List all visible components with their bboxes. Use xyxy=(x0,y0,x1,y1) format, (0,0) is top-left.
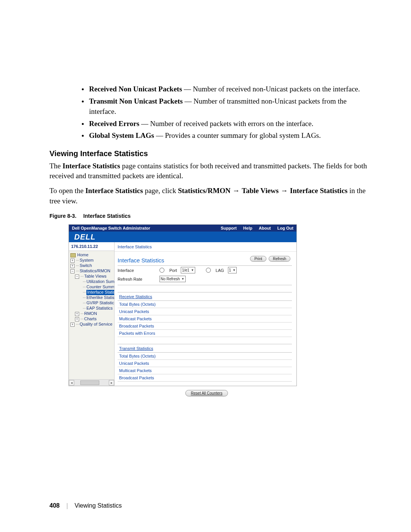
bullet-list: Received Non Unicast Packets — Number of… xyxy=(60,84,369,141)
tree-charts[interactable]: Charts xyxy=(84,316,96,322)
chevron-down-icon: ▼ xyxy=(191,267,194,273)
tree-interface-statistics[interactable]: Interface Statist xyxy=(86,290,115,295)
list-item: Received Non Unicast Packets — Number of… xyxy=(88,84,369,94)
screenshot: Dell OpenManage Switch Administrator Sup… xyxy=(68,224,297,386)
list-item: Global System LAGs — Provides a counter … xyxy=(88,130,369,141)
expand-icon[interactable]: + xyxy=(70,259,75,263)
lag-radio[interactable] xyxy=(206,268,211,273)
paragraph: To open the Interface Statistics page, c… xyxy=(49,186,369,206)
print-button[interactable]: Print xyxy=(250,256,266,262)
expand-icon[interactable]: + xyxy=(70,264,75,268)
table-row: Broadcast Packets xyxy=(118,374,292,382)
nav-help[interactable]: Help xyxy=(243,226,252,230)
list-item: Transmit Non Unicast Packets — Number of… xyxy=(88,96,369,117)
scroll-left-icon[interactable]: ◂ xyxy=(69,380,74,385)
scroll-right-icon[interactable]: ▸ xyxy=(109,380,114,385)
tree-rmon[interactable]: RMON xyxy=(84,311,97,316)
refresh-rate-label: Refresh Rate xyxy=(118,277,156,281)
collapse-icon[interactable]: − xyxy=(70,269,75,273)
section-heading: Viewing Interface Statistics xyxy=(49,149,369,158)
transmit-stats-header: Transmit Statistics xyxy=(118,344,292,353)
receive-stats-table: Receive Statistics Total Bytes (Octets) … xyxy=(118,292,292,337)
figure-caption: Figure 8-3.Interface Statistics xyxy=(49,213,369,219)
tree-qos[interactable]: Quality of Service xyxy=(80,322,112,327)
refresh-button[interactable]: Refresh xyxy=(269,256,290,262)
paragraph: The Interface Statistics page contains s… xyxy=(49,161,369,181)
tree-eap[interactable]: EAP Statistics xyxy=(86,306,113,311)
window-titlebar: Dell OpenManage Switch Administrator Sup… xyxy=(69,225,296,232)
tree-etherlike[interactable]: Etherlike Statistic xyxy=(86,295,115,300)
list-item: Received Errors — Number of received pac… xyxy=(88,118,369,129)
scroll-thumb[interactable] xyxy=(80,380,99,385)
transmit-stats-table: Transmit Statistics Total Bytes (Octets)… xyxy=(118,344,292,382)
table-row: Multicast Packets xyxy=(118,367,292,374)
refresh-rate-select[interactable]: No Refresh▼ xyxy=(159,276,186,282)
tree-statistics[interactable]: Statistics/RMON xyxy=(80,268,110,274)
tree-home[interactable]: Home xyxy=(77,252,88,258)
receive-stats-header: Receive Statistics xyxy=(118,292,292,301)
table-row: Broadcast Packets xyxy=(118,323,292,330)
table-row: Unicast Packets xyxy=(118,308,292,315)
dell-logo: DELL xyxy=(74,233,96,241)
page-number: 408 xyxy=(49,502,60,509)
footer-divider: | xyxy=(67,502,68,509)
content-pane: Interface Statistics Interface Statistic… xyxy=(115,242,296,386)
expand-icon[interactable]: + xyxy=(70,323,75,327)
table-row: Packets with Errors xyxy=(118,330,292,337)
port-select[interactable]: 1/e1▼ xyxy=(181,267,195,273)
tree-switch[interactable]: Switch xyxy=(80,263,92,268)
sidebar: 176.210.11.22 Home +····System +····Swit… xyxy=(69,242,115,386)
tree-system[interactable]: System xyxy=(80,258,94,263)
lag-label: LAG xyxy=(216,268,224,273)
page-footer: 408 | Viewing Statistics xyxy=(49,502,122,509)
chevron-down-icon: ▼ xyxy=(233,267,236,273)
tree-table-views[interactable]: Table Views xyxy=(84,274,107,279)
footer-title: Viewing Statistics xyxy=(75,502,122,509)
tree-utilization[interactable]: Utilization Summ xyxy=(86,279,115,284)
table-row: Total Bytes (Octets) xyxy=(118,301,292,308)
table-row: Total Bytes (Octets) xyxy=(118,353,292,360)
nav-logout[interactable]: Log Out xyxy=(277,226,293,230)
expand-icon[interactable]: + xyxy=(75,317,79,321)
nav-about[interactable]: About xyxy=(259,226,271,230)
tree-gvrp[interactable]: GVRP Statistics xyxy=(86,300,115,306)
horizontal-scrollbar[interactable]: ◂ ▸ xyxy=(69,379,114,386)
expand-icon[interactable]: + xyxy=(75,312,79,316)
brand-bar: DELL xyxy=(69,232,296,242)
nav-tree[interactable]: Home +····System +····Switch −····Statis… xyxy=(69,251,114,328)
table-row: Multicast Packets xyxy=(118,315,292,323)
lag-select[interactable]: 1▼ xyxy=(228,267,237,273)
interface-label: Interface xyxy=(118,268,156,273)
nav-support[interactable]: Support xyxy=(221,226,237,230)
device-ip: 176.210.11.22 xyxy=(69,242,114,251)
collapse-icon[interactable]: − xyxy=(75,275,79,279)
window-title: Dell OpenManage Switch Administrator xyxy=(72,226,150,230)
port-radio[interactable] xyxy=(159,268,164,273)
tree-counter[interactable]: Counter Summar xyxy=(86,284,115,290)
breadcrumb: Interface Statistics xyxy=(115,242,296,252)
port-label: Port xyxy=(169,268,177,273)
table-row: Unicast Packets xyxy=(118,360,292,367)
folder-icon xyxy=(70,253,76,257)
topnav: Support Help About Log Out xyxy=(215,226,293,230)
chevron-down-icon: ▼ xyxy=(182,276,185,282)
reset-counters-button[interactable]: Reset All Counters xyxy=(185,390,228,396)
